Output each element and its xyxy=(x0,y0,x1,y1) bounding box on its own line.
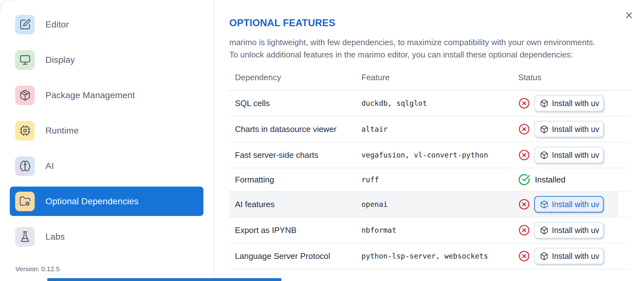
install-button-label: Install with uv xyxy=(552,200,599,209)
package-cube-icon xyxy=(540,151,548,159)
dependency-cell: SQL cells xyxy=(229,99,361,108)
table-header: Dependency Feature Status xyxy=(229,65,630,91)
table-row: Charts in datasource viewer altair Insta… xyxy=(229,117,630,142)
dependency-cell: Language Server Protocol xyxy=(229,251,361,261)
feature-cell: nbformat xyxy=(361,226,518,234)
sidebar-item-label: Editor xyxy=(45,20,69,30)
cpu-icon xyxy=(15,121,35,140)
not-installed-icon xyxy=(518,123,530,135)
description-text: marimo is lightweight, with few dependen… xyxy=(229,36,630,61)
dependency-cell: Fast server-side charts xyxy=(229,150,361,160)
install-button-label: Install with uv xyxy=(552,125,599,134)
package-cube-icon xyxy=(540,200,548,209)
sidebar-item-display[interactable]: Display xyxy=(10,45,203,75)
package-cube-icon xyxy=(540,125,548,134)
sidebar-item-optional-dependencies[interactable]: Optional Dependencies xyxy=(10,187,203,216)
status-cell: Installed xyxy=(518,174,630,186)
optional-features-panel: OPTIONAL FEATURES marimo is lightweight,… xyxy=(215,0,644,281)
sidebar-item-label: Labs xyxy=(45,232,65,242)
install-button-label: Install with uv xyxy=(552,99,599,108)
sidebar-item-label: Display xyxy=(45,55,75,65)
sidebar-item-runtime[interactable]: Runtime xyxy=(10,116,203,145)
not-installed-icon xyxy=(518,250,530,262)
dependency-cell: Export as IPYNB xyxy=(229,225,361,235)
feature-cell: python-lsp-server, websockets xyxy=(361,252,518,260)
installed-label: Installed xyxy=(535,175,565,185)
edit-square-icon xyxy=(15,15,35,34)
dependency-cell: Charts in datasource viewer xyxy=(229,124,361,134)
version-label: Version: 0.12.5 xyxy=(15,265,60,273)
not-installed-icon xyxy=(518,149,530,161)
status-cell: Install with uv xyxy=(518,248,630,264)
flask-icon xyxy=(15,227,35,247)
feature-cell: vegafusion, vl-convert-python xyxy=(361,151,518,159)
install-button-label: Install with uv xyxy=(552,252,599,261)
install-with-uv-button[interactable]: Install with uv xyxy=(534,147,604,163)
sidebar-item-label: Optional Dependencies xyxy=(45,196,138,206)
monitor-icon xyxy=(15,50,35,70)
package-cube-icon xyxy=(540,226,548,235)
not-installed-icon xyxy=(518,198,530,210)
not-installed-icon xyxy=(518,224,530,236)
close-icon[interactable] xyxy=(623,9,635,21)
brain-icon xyxy=(15,156,35,176)
package-icon xyxy=(15,86,35,105)
settings-dialog: Editor Display Package xyxy=(0,0,644,281)
sidebar-item-label: Package Management xyxy=(45,90,135,100)
status-cell: Install with uv xyxy=(518,147,630,163)
install-with-uv-button[interactable]: Install with uv xyxy=(534,95,604,111)
install-with-uv-button[interactable]: Install with uv xyxy=(534,248,604,264)
description-line-2: To unlock additional features in the mar… xyxy=(229,49,630,61)
status-cell: Install with uv xyxy=(518,222,630,238)
installed-check-icon xyxy=(518,174,530,186)
settings-nav: Editor Display Package xyxy=(10,10,203,251)
install-button-label: Install with uv xyxy=(552,226,599,235)
status-cell: Install with uv xyxy=(518,95,630,111)
feature-cell: openai xyxy=(361,200,518,208)
status-cell: Install with uv xyxy=(518,196,630,212)
table-row: SQL cells duckdb, sqlglot Install with u… xyxy=(229,91,630,117)
package-cube-icon xyxy=(540,252,548,260)
install-with-uv-button[interactable]: Install with uv xyxy=(534,196,604,212)
dependency-cell: Formatting xyxy=(229,175,361,185)
dependency-cell: AI features xyxy=(229,200,361,209)
description-line-1: marimo is lightweight, with few dependen… xyxy=(229,36,630,49)
sidebar-item-ai[interactable]: AI xyxy=(10,151,203,181)
bottom-accent-bar xyxy=(47,278,281,281)
table-row: AI features openai Install with uv xyxy=(229,192,630,218)
status-cell: Install with uv xyxy=(518,121,630,137)
column-header-status: Status xyxy=(518,73,630,82)
not-installed-icon xyxy=(518,97,530,109)
folder-cog-icon xyxy=(15,192,35,211)
settings-sidebar: Editor Display Package xyxy=(0,0,214,281)
sidebar-item-package-management[interactable]: Package Management xyxy=(10,81,203,110)
install-with-uv-button[interactable]: Install with uv xyxy=(534,222,604,238)
column-header-feature: Feature xyxy=(361,73,518,82)
feature-cell: altair xyxy=(361,125,518,133)
table-row: Language Server Protocol python-lsp-serv… xyxy=(229,243,630,269)
package-cube-icon xyxy=(540,99,548,108)
sidebar-item-editor[interactable]: Editor xyxy=(10,10,203,39)
sidebar-item-label: AI xyxy=(45,161,54,171)
table-row: Fast server-side charts vegafusion, vl-c… xyxy=(229,142,630,168)
feature-cell: duckdb, sqlglot xyxy=(361,99,518,107)
sidebar-item-labs[interactable]: Labs xyxy=(10,222,203,251)
install-button-label: Install with uv xyxy=(552,151,599,160)
page-title: OPTIONAL FEATURES xyxy=(229,17,630,29)
column-header-dependency: Dependency xyxy=(229,73,361,82)
table-row: Formatting ruff Installed xyxy=(229,168,630,192)
table-row: Export as IPYNB nbformat Install with uv xyxy=(229,218,630,243)
dependencies-table: Dependency Feature Status SQL cells duck… xyxy=(229,65,630,269)
feature-cell: ruff xyxy=(361,176,518,184)
install-with-uv-button[interactable]: Install with uv xyxy=(534,121,604,137)
sidebar-item-label: Runtime xyxy=(45,126,79,136)
